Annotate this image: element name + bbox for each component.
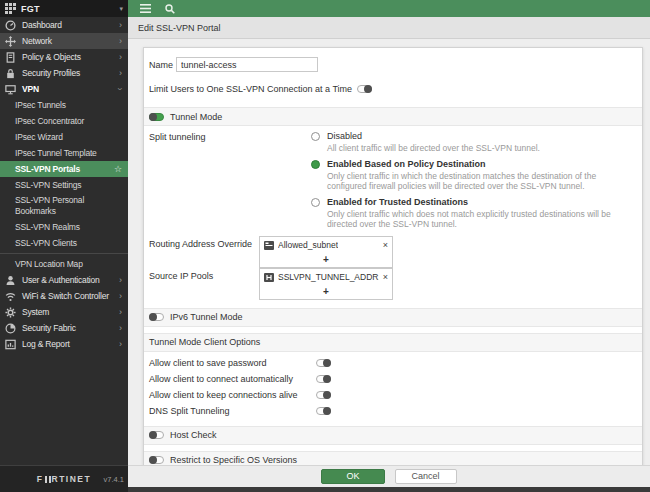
- lock-icon: [5, 68, 16, 79]
- sidebar-item-log-report[interactable]: Log & Report ›: [0, 336, 128, 352]
- allow-connect-automatically-row: Allow client to connect automatically: [149, 372, 636, 387]
- sidebar-item-system[interactable]: System ›: [0, 304, 128, 320]
- allow-keep-alive-label: Allow client to keep connections alive: [149, 390, 316, 400]
- sidebar-item-sslvpn-personal-bookmarks[interactable]: SSL-VPN Personal Bookmarks: [0, 193, 110, 219]
- chevron-right-icon: ›: [119, 33, 122, 49]
- sidebar-item-security-profiles[interactable]: Security Profiles ›: [0, 65, 128, 81]
- name-label: Name: [149, 60, 176, 70]
- allow-keep-alive-toggle[interactable]: [316, 391, 331, 399]
- radio-enabled-policy-destination[interactable]: [311, 160, 320, 169]
- limit-users-label: Limit Users to One SSL-VPN Connection at…: [149, 84, 352, 94]
- star-icon[interactable]: ☆: [114, 164, 122, 174]
- fgt-grid-logo-icon: [5, 3, 16, 14]
- remove-entry-icon[interactable]: ×: [383, 269, 388, 286]
- limit-users-row: Limit Users to One SSL-VPN Connection at…: [149, 84, 636, 94]
- gauge-icon: [5, 20, 16, 31]
- allow-connect-automatically-toggle[interactable]: [316, 375, 331, 383]
- client-options-title: Tunnel Mode Client Options: [149, 337, 260, 347]
- allow-save-password-toggle[interactable]: [316, 359, 331, 367]
- restrict-os-label: Restrict to Specific OS Versions: [170, 455, 297, 465]
- sidebar-item-user-authentication[interactable]: User & Authentication ›: [0, 272, 128, 288]
- add-routing-address-button[interactable]: +: [260, 254, 392, 267]
- split-tunneling-options: Disabled All client traffic will be dire…: [311, 131, 633, 230]
- chevron-right-icon: ›: [119, 320, 122, 336]
- wifi-icon: [5, 291, 16, 302]
- cancel-button[interactable]: Cancel: [395, 469, 457, 484]
- sidebar-item-ipsec-wizard[interactable]: IPsec Wizard: [0, 129, 128, 145]
- tunnel-mode-section-header: Tunnel Mode: [144, 107, 642, 126]
- host-check-section-header: Host Check: [144, 426, 642, 445]
- routing-address-box: Allowed_subnet × +: [259, 236, 393, 268]
- allow-connect-automatically-label: Allow client to connect automatically: [149, 374, 316, 384]
- sidebar-item-sslvpn-realms[interactable]: SSL-VPN Realms: [0, 219, 128, 235]
- sidebar-item-ipsec-concentrator[interactable]: IPsec Concentrator: [0, 113, 128, 129]
- top-bar: FGT ▾: [0, 0, 650, 17]
- limit-users-toggle[interactable]: [357, 85, 372, 93]
- source-ip-pool-entry[interactable]: SSLVPN_TUNNEL_ADDR1 ×: [260, 269, 392, 286]
- client-options-section-header: Tunnel Mode Client Options: [144, 333, 642, 352]
- radio-option-enabled-policy-destination: Enabled Based on Policy Destination Only…: [311, 159, 633, 192]
- radio-label: Enabled Based on Policy Destination: [327, 159, 633, 170]
- sidebar-item-policy-objects[interactable]: Policy & Objects ›: [0, 49, 128, 65]
- device-name: FGT: [21, 4, 40, 14]
- dns-split-tunneling-label: DNS Split Tunneling: [149, 406, 316, 416]
- sidebar-item-security-fabric[interactable]: Security Fabric ›: [0, 320, 128, 336]
- fortigate-app: FGT ▾ Dashboard › Network ›: [0, 0, 650, 492]
- edit-portal-form: Name Limit Users to One SSL-VPN Connecti…: [143, 47, 643, 465]
- firmware-version: v7.4.1: [104, 475, 124, 484]
- dns-split-tunneling-toggle[interactable]: [316, 407, 331, 415]
- source-ip-pools-row: Source IP Pools SSLVPN_TUNNEL_ADDR1 × +: [149, 268, 636, 300]
- split-tunneling-row: Split tunneling Disabled All client traf…: [149, 131, 636, 230]
- sidebar-item-dashboard[interactable]: Dashboard ›: [0, 17, 128, 33]
- sidebar-item-ipsec-tunnel-template[interactable]: IPsec Tunnel Template: [0, 145, 128, 161]
- radio-description: Only client traffic in which the destina…: [327, 171, 633, 192]
- document-icon: [5, 52, 16, 63]
- sidebar-item-wifi-switch-controller[interactable]: WiFi & Switch Controller ›: [0, 288, 128, 304]
- remove-entry-icon[interactable]: ×: [383, 237, 388, 254]
- chevron-down-icon: ›: [112, 88, 128, 91]
- routing-address-entry[interactable]: Allowed_subnet ×: [260, 237, 392, 254]
- allow-keep-alive-row: Allow client to keep connections alive: [149, 388, 636, 403]
- radio-option-disabled: Disabled All client traffic will be dire…: [311, 131, 633, 154]
- ipv6-tunnel-mode-toggle[interactable]: [149, 313, 164, 321]
- tunnel-mode-toggle[interactable]: [149, 113, 164, 121]
- host-check-label: Host Check: [170, 430, 217, 440]
- header-bar: [128, 0, 650, 17]
- radio-option-enabled-trusted-destinations: Enabled for Trusted Destinations Only cl…: [311, 197, 633, 230]
- chevron-right-icon: ›: [119, 17, 122, 33]
- sidebar-item-network[interactable]: Network ›: [0, 33, 128, 49]
- portal-name-input[interactable]: [176, 57, 318, 72]
- user-icon: [5, 275, 16, 286]
- restrict-os-section-header: Restrict to Specific OS Versions: [144, 451, 642, 466]
- restrict-os-toggle[interactable]: [149, 456, 164, 464]
- radio-description: All client traffic will be directed over…: [327, 143, 540, 154]
- source-ip-pool-box: SSLVPN_TUNNEL_ADDR1 × +: [259, 268, 393, 300]
- sidebar-item-sslvpn-settings[interactable]: SSL-VPN Settings: [0, 177, 128, 193]
- add-source-ip-pool-button[interactable]: +: [260, 286, 392, 299]
- sidebar: Dashboard › Network › Policy & Objects ›…: [0, 17, 128, 492]
- sidebar-item-vpn-location-map[interactable]: VPN Location Map: [0, 256, 128, 272]
- chevron-right-icon: ›: [119, 65, 122, 81]
- host-check-toggle[interactable]: [149, 431, 164, 439]
- ok-button[interactable]: OK: [321, 469, 384, 484]
- ipv6-tunnel-mode-section-header: IPv6 Tunnel Mode: [144, 308, 642, 327]
- search-icon[interactable]: [165, 4, 175, 14]
- sidebar-item-sslvpn-portals[interactable]: SSL-VPN Portals ☆: [0, 161, 128, 177]
- device-selector[interactable]: FGT ▾: [0, 0, 128, 17]
- page-title: Edit SSL-VPN Portal: [128, 17, 650, 39]
- sidebar-item-ipsec-tunnels[interactable]: IPsec Tunnels: [0, 97, 128, 113]
- main-panel: Name Limit Users to One SSL-VPN Connecti…: [128, 39, 650, 465]
- content-area: Edit SSL-VPN Portal Name Limit Users to …: [128, 17, 650, 492]
- sidebar-item-vpn[interactable]: VPN ›: [0, 81, 128, 97]
- chevron-right-icon: ›: [119, 272, 122, 288]
- source-ip-pools-label: Source IP Pools: [149, 268, 259, 285]
- ip-pool-icon: [264, 273, 274, 282]
- radio-disabled[interactable]: [311, 132, 320, 141]
- fabric-icon: [5, 323, 16, 334]
- hamburger-menu-icon[interactable]: [140, 4, 151, 13]
- chevron-right-icon: ›: [119, 336, 122, 352]
- radio-enabled-trusted-destinations[interactable]: [311, 198, 320, 207]
- sidebar-item-sslvpn-clients[interactable]: SSL-VPN Clients: [0, 235, 128, 251]
- form-footer: OK Cancel: [128, 465, 650, 487]
- allow-save-password-label: Allow client to save password: [149, 358, 316, 368]
